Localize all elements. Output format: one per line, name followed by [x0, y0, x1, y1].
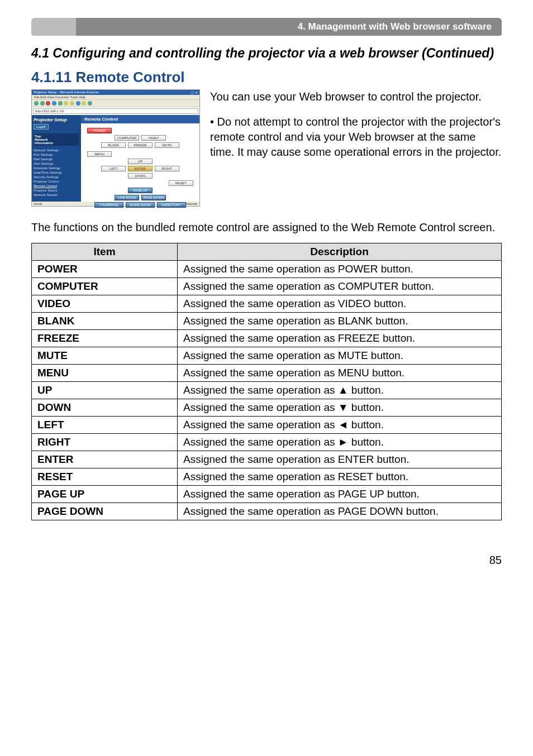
- print-icon: [88, 101, 92, 106]
- table-row: MENUAssigned the same operation as MENU …: [32, 365, 502, 382]
- description-cell: Assigned the same operation as ▼ button.: [178, 399, 502, 417]
- description-cell: Assigned the same operation as COMPUTER …: [178, 278, 502, 295]
- function-table: Item Description POWERAssigned the same …: [31, 243, 502, 520]
- computer-button[interactable]: COMPUTER: [115, 135, 139, 141]
- item-cell: MUTE: [32, 347, 178, 365]
- description-cell: Assigned the same operation as PAGE DOWN…: [178, 503, 502, 520]
- intro-paragraph-1: You can use your Web browser to control …: [210, 89, 502, 104]
- search-icon: [64, 101, 68, 106]
- freeze-button[interactable]: FREEZE: [128, 142, 153, 148]
- left-button[interactable]: LEFT: [101, 166, 126, 171]
- table-row: DOWNAssigned the same operation as ▼ but…: [32, 399, 502, 417]
- table-row: PAGE DOWNAssigned the same operation as …: [32, 503, 502, 520]
- item-cell: FREEZE: [32, 330, 178, 347]
- sidebar-item[interactable]: Network Restart: [34, 193, 79, 197]
- sidebar-item[interactable]: Mail Settings: [34, 157, 79, 161]
- item-cell: POWER: [32, 261, 178, 278]
- back-icon: [34, 101, 39, 106]
- item-cell: DOWN: [32, 399, 178, 417]
- chapter-header: 4. Management with Web browser software: [31, 18, 502, 36]
- sidebar-item[interactable]: Alert Settings: [34, 161, 79, 166]
- description-cell: Assigned the same operation as VIDEO but…: [178, 295, 502, 313]
- right-button[interactable]: RIGHT: [155, 166, 179, 171]
- description-cell: Assigned the same operation as ◄ button.: [178, 417, 502, 434]
- page-number: 85: [31, 554, 502, 567]
- table-row: RIGHTAssigned the same operation as ► bu…: [32, 434, 502, 451]
- sidebar-item[interactable]: Schedule Settings: [34, 166, 79, 170]
- sidebar: Projector Setup Logoff Top: Network Info…: [32, 115, 81, 202]
- enter-button[interactable]: ENTER: [128, 166, 153, 171]
- item-cell: RESET: [32, 468, 178, 486]
- sidebar-heading: Projector Setup: [34, 117, 79, 122]
- description-cell: Assigned the same operation as BLANK but…: [178, 313, 502, 330]
- item-cell: PAGE UP: [32, 486, 178, 503]
- table-row: PAGE UPAssigned the same operation as PA…: [32, 486, 502, 503]
- sidebar-item[interactable]: Network Settings: [34, 148, 79, 152]
- ie-title-bar: Projector Setup - Microsoft Internet Exp…: [32, 90, 199, 95]
- intro-paragraph-2: • Do not attempt to control the projecto…: [210, 114, 502, 160]
- sidebar-item[interactable]: Date/Time Settings: [34, 170, 79, 175]
- section-title: 4.1 Configuring and controlling the proj…: [31, 46, 502, 61]
- up-button[interactable]: UP: [128, 159, 153, 164]
- status-right: Internet: [186, 202, 197, 205]
- item-cell: UP: [32, 382, 178, 399]
- power-button[interactable]: POWER: [87, 128, 112, 133]
- intro-text: You can use your Web browser to control …: [210, 89, 502, 170]
- window-control-icons: ▢ ✕: [191, 90, 198, 94]
- table-row: UPAssigned the same operation as ▲ butto…: [32, 382, 502, 399]
- th-description: Description: [178, 243, 502, 261]
- item-cell: LEFT: [32, 417, 178, 434]
- subsection-title: 4.1.11 Remote Control: [31, 69, 502, 86]
- description-cell: Assigned the same operation as MUTE butt…: [178, 347, 502, 365]
- home-icon: [58, 101, 63, 106]
- thumbnail-button[interactable]: THUMBNAIL: [94, 202, 123, 208]
- main-panel: Remote Control POWER COMPUTER VIDEO BLAN…: [81, 115, 199, 202]
- livemode-button[interactable]: LIVE MODE: [115, 195, 139, 200]
- video-button[interactable]: VIDEO: [141, 135, 166, 141]
- table-row: POWERAssigned the same operation as POWE…: [32, 261, 502, 278]
- item-cell: PAGE DOWN: [32, 503, 178, 520]
- table-row: ENTERAssigned the same operation as ENTE…: [32, 451, 502, 468]
- table-row: COMPUTERAssigned the same operation as C…: [32, 278, 502, 295]
- description-cell: Assigned the same operation as FREEZE bu…: [178, 330, 502, 347]
- sidebar-item-current[interactable]: Remote Control: [34, 184, 79, 188]
- item-cell: VIDEO: [32, 295, 178, 313]
- history-icon: [76, 101, 80, 106]
- table-row: LEFTAssigned the same operation as ◄ but…: [32, 417, 502, 434]
- description-cell: Assigned the same operation as ► button.: [178, 434, 502, 451]
- menu-button[interactable]: MENU: [87, 151, 112, 157]
- refresh-icon: [52, 101, 56, 106]
- th-item: Item: [32, 243, 178, 261]
- stop-icon: [46, 101, 50, 106]
- pagedown-button[interactable]: PAGE DOWN: [141, 195, 166, 200]
- table-row: FREEZEAssigned the same operation as FRE…: [32, 330, 502, 347]
- table-row: RESETAssigned the same operation as RESE…: [32, 468, 502, 486]
- item-cell: BLANK: [32, 313, 178, 330]
- sidebar-item[interactable]: Projector Control: [34, 179, 79, 184]
- mail-icon: [82, 101, 86, 106]
- sidebar-group: Top: Network Information: [34, 133, 79, 146]
- item-cell: MENU: [32, 365, 178, 382]
- ie-menu-bar: File Edit View Favorites Tools Help: [32, 95, 199, 99]
- description-cell: Assigned the same operation as PAGE UP b…: [178, 486, 502, 503]
- slideshow-button[interactable]: SLIDE SHOW: [126, 202, 155, 208]
- description-cell: Assigned the same operation as ENTER but…: [178, 451, 502, 468]
- ie-toolbar: [32, 99, 199, 107]
- down-button[interactable]: DOWN: [128, 173, 153, 179]
- sidebar-item[interactable]: Security Settings: [34, 175, 79, 179]
- ie-address-bar: http://192.168.1.10/: [33, 108, 198, 114]
- directory-button[interactable]: DIRECTORY: [157, 202, 186, 208]
- sidebar-item[interactable]: Projector Status: [34, 188, 79, 193]
- logoff-button[interactable]: Logoff: [34, 124, 49, 130]
- table-row: VIDEOAssigned the same operation as VIDE…: [32, 295, 502, 313]
- pageup-button[interactable]: PAGE UP: [128, 188, 153, 193]
- description-cell: Assigned the same operation as ▲ button.: [178, 382, 502, 399]
- reset-button[interactable]: RESET: [169, 180, 193, 186]
- description-cell: Assigned the same operation as MENU butt…: [178, 365, 502, 382]
- table-row: BLANKAssigned the same operation as BLAN…: [32, 313, 502, 330]
- blank-button[interactable]: BLANK: [101, 142, 126, 148]
- sidebar-item[interactable]: Port Settings: [34, 152, 79, 157]
- forward-icon: [40, 101, 45, 106]
- mute-button[interactable]: MUTE: [155, 142, 179, 148]
- description-cell: Assigned the same operation as POWER but…: [178, 261, 502, 278]
